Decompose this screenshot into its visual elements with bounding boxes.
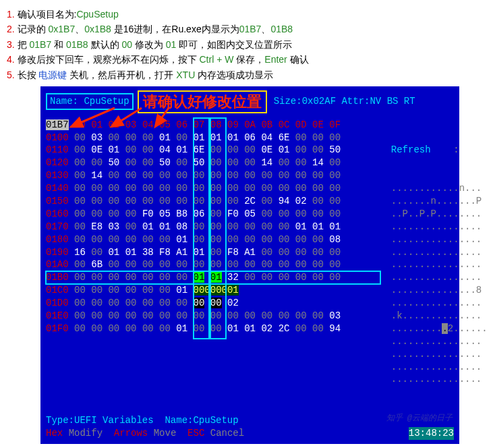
refresh-value: ON — [465, 144, 476, 155]
watermark: 知乎 @云端的日子 — [386, 413, 453, 424]
hex-grid[interactable]: 01B7 00 01 02 03 04 05 06 07 08 09 0A 0B… — [46, 119, 380, 412]
ascii-column: ............n..........n.......P..P..P.P… — [391, 182, 488, 386]
sidebar: Refresh : ON ............n..........n...… — [387, 119, 488, 412]
terminal-window: Name: CpuSetup 请确认好修改位置 Size:0x02AF Attr… — [40, 86, 459, 444]
clock: 13:48:23 — [409, 427, 454, 440]
instruction-list: 1. 确认项目名为:CpuSetup2. 记录的 0x1B7、0x1B8 是16… — [7, 7, 486, 82]
name-box: Name: CpuSetup — [46, 93, 134, 110]
refresh-label: Refresh — [391, 144, 431, 155]
warning-box: 请确认好修改位置 — [138, 90, 267, 113]
footer-keys: Hex Modify Arrows Move ESC Cancel13:48:2… — [46, 427, 454, 440]
size-attr: Size:0x02AF Attr:NV BS RT — [274, 95, 415, 108]
